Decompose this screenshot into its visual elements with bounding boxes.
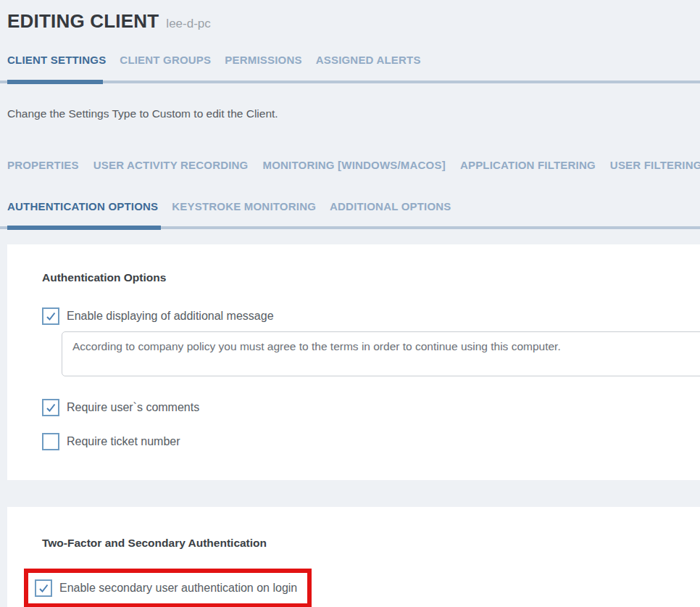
enable-secondary-auth-checkbox[interactable] [35, 579, 52, 597]
enable-additional-message-checkbox[interactable] [42, 307, 59, 325]
tab-client-groups[interactable]: CLIENT GROUPS [120, 54, 211, 66]
active-settings-tab-indicator [7, 226, 161, 230]
authentication-options-panel: Authentication Options Enable displaying… [7, 244, 700, 480]
require-comments-row: Require user`s comments [42, 399, 700, 416]
tab-properties[interactable]: PROPERTIES [7, 159, 79, 171]
additional-message-value: According to company policy you must agr… [72, 340, 561, 352]
checkmark-icon [38, 583, 49, 593]
client-name: lee-d-pc [166, 17, 210, 31]
page-header: EDITING CLIENT lee-d-pc [0, 0, 700, 33]
two-factor-panel: Two-Factor and Secondary Authentication … [7, 507, 700, 607]
checkbox-label: Enable secondary user authentication on … [59, 582, 297, 595]
checkbox-label: Require user`s comments [67, 401, 199, 414]
checkmark-icon [46, 311, 56, 321]
tab-assigned-alerts[interactable]: ASSIGNED ALERTS [316, 54, 421, 66]
additional-message-input[interactable]: According to company policy you must agr… [62, 331, 700, 376]
enable-additional-message-row: Enable displaying of additional message [42, 307, 700, 325]
red-highlight-box: Enable secondary user authentication on … [24, 569, 312, 607]
tab-monitoring-windows-macos[interactable]: MONITORING [WINDOWS/MACOS] [262, 159, 445, 171]
tab-client-settings[interactable]: CLIENT SETTINGS [7, 54, 106, 66]
tab-user-activity-recording[interactable]: USER ACTIVITY RECORDING [93, 159, 249, 171]
settings-tab-underline-track [0, 226, 700, 229]
main-tab-underline-track [0, 80, 700, 83]
checkmark-icon [46, 402, 56, 413]
active-tab-indicator [7, 80, 103, 84]
require-comments-checkbox[interactable] [42, 399, 59, 416]
tab-application-filtering[interactable]: APPLICATION FILTERING [460, 159, 596, 171]
tab-additional-options[interactable]: ADDITIONAL OPTIONS [330, 200, 451, 212]
tab-authentication-options[interactable]: AUTHENTICATION OPTIONS [7, 200, 158, 212]
settings-type-notice: Change the Settings Type to Custom to ed… [7, 107, 700, 120]
require-ticket-row: Require ticket number [42, 433, 700, 450]
settings-tab-bar-row1: PROPERTIES USER ACTIVITY RECORDING MONIT… [7, 159, 700, 171]
page-title: EDITING CLIENT [7, 10, 159, 33]
panel-heading: Two-Factor and Secondary Authentication [42, 537, 700, 550]
enable-secondary-auth-row: Enable secondary user authentication on … [35, 579, 297, 597]
require-ticket-checkbox[interactable] [42, 433, 59, 450]
tab-permissions[interactable]: PERMISSIONS [225, 54, 301, 66]
main-tab-bar: CLIENT SETTINGS CLIENT GROUPS PERMISSION… [7, 54, 700, 66]
checkbox-label: Enable displaying of additional message [67, 310, 274, 323]
panel-heading: Authentication Options [42, 271, 700, 284]
settings-tab-bar-row2: AUTHENTICATION OPTIONS KEYSTROKE MONITOR… [7, 200, 700, 212]
tab-keystroke-monitoring[interactable]: KEYSTROKE MONITORING [172, 200, 316, 212]
checkbox-label: Require ticket number [67, 435, 180, 448]
tab-user-filtering[interactable]: USER FILTERING [610, 159, 700, 171]
